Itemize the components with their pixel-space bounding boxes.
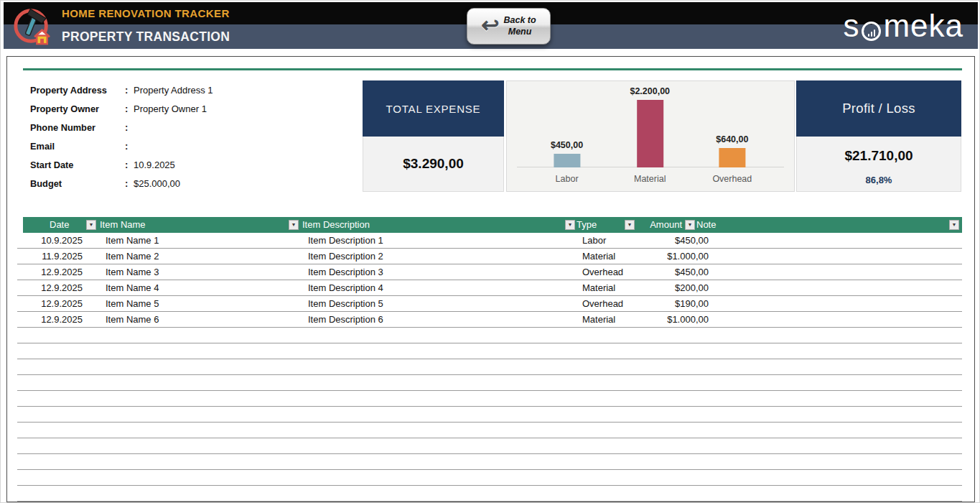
cell-date[interactable]: 10.9.2025 [36,233,83,248]
filter-dropdown-icon-description[interactable]: ▼ [565,220,575,230]
column-header-item-name: Item Name [100,217,146,233]
table-row: 12.9.2025Item Name 3Item Description 3Ov… [17,264,962,280]
app-title: HOME RENOVATION TRACKER [62,7,230,19]
table-header: Date Item Name Item Description Type Amo… [23,217,962,233]
property-info-row: Property Address:Property Address 1 [30,80,213,99]
back-to-menu-button[interactable]: ↩ Back to Menu [467,8,551,45]
filter-dropdown-icon-item-name[interactable]: ▼ [289,220,299,230]
property-info-row: Property Owner:Property Owner 1 [30,99,213,118]
table-row: 11.9.2025Item Name 2Item Description 2Ma… [17,249,962,264]
table-empty-row[interactable] [17,423,962,438]
cell-date[interactable]: 11.9.2025 [36,249,83,264]
expense-bar-chart: $450,00Labor$2.200,00Material$640,00Over… [506,80,795,192]
chart-value-label: $640,00 [716,134,748,144]
cell-date[interactable]: 12.9.2025 [36,264,83,280]
property-info-label: Property Owner [30,103,125,114]
cell-name[interactable]: Item Name 5 [106,296,159,311]
profit-loss-body: $21.710,00 86,8% [796,137,961,192]
profit-loss-header: Profit / Loss [796,80,961,137]
back-arrow-icon: ↩ [481,14,499,36]
table-empty-row[interactable] [17,391,962,407]
profit-loss-card: Profit / Loss $21.710,00 86,8% [796,80,961,192]
cell-type[interactable]: Material [582,249,615,264]
chart-value-label: $450,00 [551,140,583,150]
cell-type[interactable]: Labor [582,233,606,248]
cell-name[interactable]: Item Name 6 [106,312,159,327]
property-info-label: Phone Number [30,122,125,133]
table-empty-row[interactable] [17,454,962,470]
chart-bar [637,100,663,167]
cell-name[interactable]: Item Name 4 [106,280,159,295]
page-title: PROPERTY TRANSACTION [62,29,230,45]
column-header-date: Date [50,217,69,233]
page: HOME RENOVATION TRACKER PROPERTY TRANSAC… [0,0,980,503]
cell-amount[interactable]: $450,00 [637,233,709,248]
table-row: 12.9.2025Item Name 5Item Description 5Ov… [17,296,962,312]
someka-logo: s meka [843,6,963,45]
property-info-label: Budget [30,178,125,189]
property-info-panel: Property Address:Property Address 1Prope… [30,80,213,193]
cell-description[interactable]: Item Description 3 [308,264,383,280]
cell-date[interactable]: 12.9.2025 [36,296,83,311]
property-info-colon: : [125,178,134,189]
cell-date[interactable]: 12.9.2025 [36,280,83,295]
cell-description[interactable]: Item Description 4 [308,280,383,295]
cell-type[interactable]: Overhead [582,296,623,311]
chart-category-label: Labor [556,174,579,184]
chart-bar-group: $450,00Labor [551,140,583,167]
table-empty-row[interactable] [17,407,962,423]
cell-description[interactable]: Item Description 1 [308,233,383,248]
cell-amount[interactable]: $1.000,00 [637,312,709,327]
total-expense-value: $3.290,00 [363,137,504,192]
property-info-label: Email [30,141,125,152]
cell-description[interactable]: Item Description 5 [308,296,383,311]
property-info-value[interactable]: Property Owner 1 [134,103,207,114]
cell-type[interactable]: Material [582,280,615,295]
table-empty-row[interactable] [17,343,962,359]
table-row: 12.9.2025Item Name 6Item Description 6Ma… [17,312,962,328]
chart-category-label: Overhead [712,174,752,184]
chart-bar-group: $640,00Overhead [716,134,748,167]
filter-dropdown-icon-type[interactable]: ▼ [625,220,635,230]
cell-description[interactable]: Item Description 2 [308,249,383,264]
table-empty-row[interactable] [17,470,962,486]
chart-bar [554,154,580,167]
table-empty-row[interactable] [17,438,962,454]
table-empty-row[interactable] [17,359,962,375]
someka-logo-text-suffix: meka [883,8,963,44]
table-empty-row[interactable] [17,486,962,502]
someka-logo-chart-icon [862,22,881,41]
cell-description[interactable]: Item Description 6 [308,312,383,327]
filter-dropdown-icon-note[interactable]: ▼ [949,220,959,230]
cell-type[interactable]: Overhead [582,264,623,280]
column-header-type: Type [577,217,597,233]
table-empty-row[interactable] [17,375,962,391]
cell-amount[interactable]: $200,00 [637,280,709,295]
property-info-colon: : [125,141,134,152]
property-info-colon: : [125,103,134,114]
cell-amount[interactable]: $1.000,00 [637,249,709,264]
table-empty-row[interactable] [17,328,962,343]
table-row: 12.9.2025Item Name 4Item Description 4Ma… [17,280,962,296]
cell-date[interactable]: 12.9.2025 [36,312,83,327]
cell-amount[interactable]: $450,00 [637,264,709,280]
property-info-label: Property Address [30,85,125,96]
total-expense-card: TOTAL EXPENSE $3.290,00 [363,80,504,192]
column-header-description: Item Description [302,217,370,233]
someka-logo-text-prefix: s [843,8,859,44]
property-info-value[interactable]: $25.000,00 [134,178,180,189]
property-info-value[interactable]: Property Address 1 [134,85,213,96]
cell-amount[interactable]: $190,00 [637,296,709,311]
total-expense-header: TOTAL EXPENSE [363,80,504,137]
property-info-value[interactable]: 10.9.2025 [134,160,175,170]
filter-dropdown-icon-date[interactable]: ▼ [86,220,96,230]
cell-name[interactable]: Item Name 3 [106,264,159,280]
property-info-row: Email: [30,137,213,155]
filter-dropdown-icon-amount[interactable]: ▼ [685,220,695,230]
cell-type[interactable]: Material [582,312,615,327]
profit-loss-value: $21.710,00 [797,148,961,164]
cell-name[interactable]: Item Name 1 [106,233,159,248]
property-info-colon: : [125,85,134,96]
cell-name[interactable]: Item Name 2 [106,249,159,264]
property-info-colon: : [125,160,134,170]
